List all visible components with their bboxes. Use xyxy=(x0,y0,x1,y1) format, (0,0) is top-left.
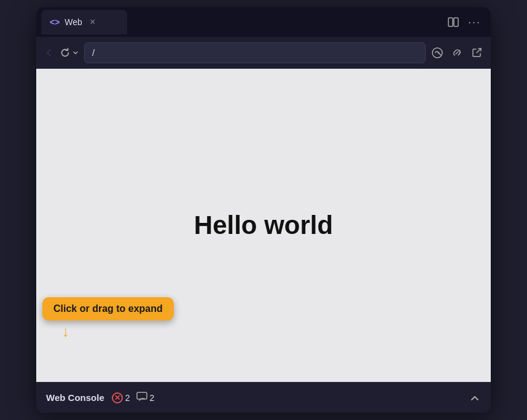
toolbar-right-actions xyxy=(431,46,483,60)
back-button[interactable] xyxy=(44,47,55,58)
viewport: Hello world Click or drag to expand ↓ xyxy=(36,69,491,382)
refresh-button[interactable] xyxy=(60,47,71,58)
error-badge: ✕ 2 xyxy=(112,392,130,403)
page-heading: Hello world xyxy=(194,211,333,240)
error-count: 2 xyxy=(125,393,130,403)
svg-rect-0 xyxy=(448,18,453,26)
toolbar: / xyxy=(36,37,491,69)
active-tab[interactable]: <> Web × xyxy=(41,10,127,34)
bottom-bar: Web Console ✕ 2 2 xyxy=(36,382,491,413)
link-button[interactable] xyxy=(450,46,464,60)
svg-rect-1 xyxy=(454,18,458,26)
tab-bar: <> Web × ··· xyxy=(36,7,491,37)
comment-badge: 2 xyxy=(136,392,155,404)
split-view-button[interactable] xyxy=(447,16,459,28)
tab-code-icon: <> xyxy=(50,17,60,27)
comment-icon xyxy=(136,392,147,404)
tab-title: Web xyxy=(64,17,82,27)
svg-point-2 xyxy=(432,48,442,58)
page-content: Hello world xyxy=(194,211,333,240)
refresh-dropdown-button[interactable] xyxy=(72,49,79,56)
browser-window: <> Web × ··· xyxy=(36,7,491,413)
more-options-button[interactable]: ··· xyxy=(468,16,481,29)
refresh-group xyxy=(60,47,79,58)
error-icon: ✕ xyxy=(112,392,123,403)
tab-close-button[interactable]: × xyxy=(90,17,95,27)
expand-button[interactable] xyxy=(469,392,481,404)
tab-bar-actions: ··· xyxy=(447,16,486,29)
url-input[interactable]: / xyxy=(84,42,426,63)
comment-count: 2 xyxy=(150,393,155,403)
tooltip-bubble[interactable]: Click or drag to expand xyxy=(42,297,174,321)
badge-group: ✕ 2 2 xyxy=(112,392,155,404)
tooltip-arrow-icon: ↓ xyxy=(62,324,69,339)
expand-tooltip[interactable]: Click or drag to expand ↓ xyxy=(36,297,174,339)
open-external-button[interactable] xyxy=(470,46,483,60)
inspector-button[interactable] xyxy=(431,46,444,60)
web-console-label[interactable]: Web Console xyxy=(46,392,104,403)
bottom-bar-right xyxy=(469,392,481,404)
